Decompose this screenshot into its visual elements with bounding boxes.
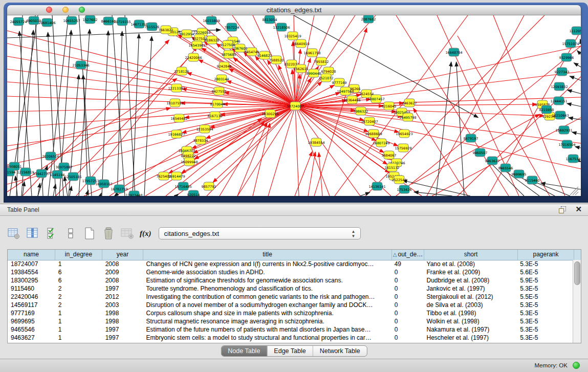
graph-node[interactable]: 3878334: [193, 136, 208, 144]
float-panel-icon[interactable]: [558, 206, 567, 214]
graph-node[interactable]: 8427552: [212, 87, 227, 95]
graph-node[interactable]: 1527602: [83, 15, 98, 24]
graph-node[interactable]: 18107552: [166, 99, 183, 107]
table-mode-icon[interactable]: [7, 227, 20, 240]
tab-node-table[interactable]: Node Table: [221, 346, 267, 356]
graph-node[interactable]: 12156819: [17, 168, 34, 176]
graph-node[interactable]: 9699695: [512, 170, 527, 178]
graph-node[interactable]: 1463627: [402, 99, 417, 107]
graph-node[interactable]: 9242848: [217, 62, 232, 70]
table-row[interactable]: 969969511998Structural magnetic resonanc…: [8, 317, 573, 325]
graph-node[interactable]: 10719155: [114, 17, 130, 26]
graph-node[interactable]: 9465546: [498, 164, 513, 172]
graph-node[interactable]: 16807249: [373, 139, 389, 147]
row-select-icon[interactable]: [45, 227, 58, 240]
scrollbar-thumb[interactable]: [574, 261, 580, 285]
graph-node[interactable]: 9329966: [559, 53, 574, 61]
graph-node[interactable]: 15716485: [175, 182, 191, 190]
graph-node[interactable]: 9463627: [485, 157, 500, 165]
graph-node[interactable]: 30975887: [55, 163, 72, 171]
graph-node[interactable]: 8186328: [205, 36, 220, 44]
table-row[interactable]: 1938455462009Genome-wide association stu…: [8, 268, 573, 276]
graph-node[interactable]: 12923448: [125, 191, 142, 196]
graph-node[interactable]: 16961758: [303, 49, 320, 57]
graph-node[interactable]: 2087682: [361, 15, 376, 23]
table-row[interactable]: 2242004622012Investigating the contribut…: [8, 293, 573, 301]
column-header-out_de[interactable]: △out_de…: [392, 250, 424, 260]
table-row[interactable]: 946362711997Embryonic stem cells: a mode…: [8, 334, 573, 342]
graph-node[interactable]: 8215958: [539, 105, 554, 114]
graph-node[interactable]: 1167534: [566, 155, 581, 163]
table-row[interactable]: 1456911722003Disruption of a novel membe…: [8, 301, 573, 309]
graph-node[interactable]: 16640910: [292, 39, 309, 48]
column-header-year[interactable]: year: [102, 250, 143, 260]
graph-node[interactable]: 1112054: [570, 27, 581, 35]
graph-node[interactable]: 16033809: [203, 16, 220, 25]
new-column-icon[interactable]: [83, 227, 96, 240]
graph-node[interactable]: 16720407: [361, 117, 378, 125]
column-header-name[interactable]: name: [8, 250, 55, 260]
network-window-titlebar[interactable]: citations_edges.txt: [7, 5, 581, 15]
table-row[interactable]: 946554611997Estimation of the future num…: [8, 325, 573, 334]
vertical-scrollbar[interactable]: [573, 260, 581, 343]
table-row[interactable]: 1830029562008Estimation of significance …: [8, 276, 573, 285]
graph-node[interactable]: 3875685: [222, 50, 236, 58]
graph-node[interactable]: 16648784: [445, 48, 462, 56]
delete-column-icon[interactable]: [102, 227, 115, 240]
graph-node[interactable]: 15756928: [395, 144, 411, 152]
graph-node[interactable]: 10325419: [284, 32, 301, 40]
column-visibility-icon[interactable]: [26, 227, 39, 240]
graph-node[interactable]: 2718126: [175, 67, 189, 75]
column-header-short[interactable]: short: [424, 250, 518, 260]
graph-node[interactable]: 8170044: [210, 100, 225, 108]
graph-node[interactable]: 9227343: [555, 68, 570, 76]
graph-node[interactable]: 7588520: [269, 56, 284, 64]
graph-node[interactable]: 10655257: [63, 16, 80, 25]
graph-node[interactable]: 7955812: [314, 57, 329, 65]
graph-node[interactable]: 7663822: [159, 26, 173, 34]
function-builder-icon[interactable]: f(x): [140, 229, 151, 238]
graph-node[interactable]: 3684067: [382, 151, 397, 159]
graph-node[interactable]: 920514: [187, 190, 200, 196]
network-window[interactable]: citations_edges.txt 18724007183002951938…: [7, 5, 581, 196]
delete-table-icon[interactable]: [121, 227, 134, 240]
network-view-frame[interactable]: citations_edges.txt 18724007183002951938…: [4, 3, 588, 203]
graph-node[interactable]: 12093832: [551, 82, 568, 91]
graph-node[interactable]: 1753426: [397, 185, 412, 193]
graph-node[interactable]: 2522544: [392, 176, 407, 184]
graph-node[interactable]: 9115460: [525, 176, 540, 184]
graph-node[interactable]: 1521072: [319, 74, 334, 82]
table-row[interactable]: 911546021997Tourette syndrome. Phenomeno…: [8, 285, 573, 293]
graph-node[interactable]: 14136141: [368, 182, 385, 190]
graph-node[interactable]: 17016504: [558, 140, 575, 148]
graph-node[interactable]: 2803144: [214, 75, 229, 83]
graph-node[interactable]: 8167130: [208, 112, 223, 120]
graph-node[interactable]: 12213383: [168, 84, 185, 92]
graph-node[interactable]: 7857224: [225, 23, 239, 31]
graph-node[interactable]: 15751074: [562, 39, 579, 48]
graph-node[interactable]: 15692931: [555, 126, 572, 134]
full-detail-icon[interactable]: [64, 227, 77, 240]
graph-node[interactable]: 9460507: [473, 148, 488, 157]
graph-node[interactable]: 12505185: [64, 172, 81, 181]
graph-node[interactable]: 1145194: [50, 170, 65, 179]
close-panel-icon[interactable]: ✕: [575, 205, 582, 214]
table-row[interactable]: 1872400712008Changes of HCN gene express…: [8, 260, 573, 268]
graph-node[interactable]: 391594: [7, 168, 15, 176]
network-canvas-container[interactable]: 1872400718300295193845549660128891295412…: [7, 15, 581, 196]
tab-edge-table[interactable]: Edge Table: [267, 346, 313, 356]
graph-node[interactable]: 19654923: [396, 129, 412, 138]
graph-node[interactable]: 10688609: [365, 129, 382, 138]
column-header-pagerank[interactable]: pagerank: [518, 250, 574, 260]
table-select-combo[interactable]: citations_edges.txt ▲▼: [159, 227, 361, 239]
network-canvas[interactable]: 1872400718300295193845549660128891295412…: [7, 15, 581, 196]
graph-node[interactable]: 6216045: [382, 102, 397, 110]
graph-node[interactable]: 7515526: [145, 23, 160, 31]
tab-network-table[interactable]: Network Table: [313, 346, 367, 356]
graph-node[interactable]: 16914479: [168, 172, 185, 180]
graph-node[interactable]: 24055724: [10, 17, 27, 26]
graph-node[interactable]: 9857791: [202, 182, 216, 190]
graph-node[interactable]: 1615132: [385, 163, 400, 171]
graph-node[interactable]: 7986322: [354, 107, 368, 115]
column-header-title[interactable]: title: [143, 250, 392, 260]
